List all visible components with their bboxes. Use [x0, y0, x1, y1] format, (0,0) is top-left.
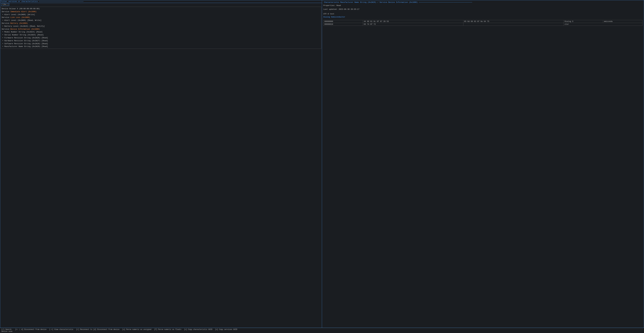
hex-ascii-2: ctor [564, 23, 642, 26]
status-reconnect[interactable]: [r] Reconnect to [d] Disconnect from dev… [76, 328, 120, 332]
char-1-1[interactable]: • Alert Level (0x2A06) [Write] [2, 13, 320, 16]
hex-row-2: 00000010 63 74 6f 72 ctor [324, 23, 642, 26]
status-copy-char[interactable]: [c] Copy characteristic UUID [184, 328, 212, 332]
service-4-label: Service Device Information (0x1800) [2, 28, 320, 31]
status-parse-float[interactable]: [f] Parse numeric as floats [154, 328, 181, 332]
status-parse-unsigned[interactable]: [u] Parse numeric as unsigned [122, 328, 152, 332]
char-4-1[interactable]: • Model Number String (0x2A24) [Read] [2, 31, 320, 34]
service-1-label: Service Immediate Alert (0x1800) [2, 10, 320, 13]
status-copy-service[interactable]: [s] Copy services UUID [215, 328, 237, 332]
right-panel: Characteristic Manufacturer Name String … [322, 0, 644, 328]
hex-addr-1: 00000000 [324, 20, 363, 23]
char-4-4[interactable]: • Hardware Revision String (0x2A27) [Rea… [2, 40, 320, 42]
service-3-label: Service Battery (0x1800) [2, 22, 320, 25]
char-2-1[interactable]: • Alert Level (0x2A06) [Read, Write] [2, 19, 320, 22]
status-view-char[interactable]: [->] View characteristic [49, 328, 73, 332]
char-4-6[interactable]: • Manufacturer Name String (0x2A29) [Rea… [2, 45, 320, 48]
hex-bytes-2a: 63 74 6f 72 [363, 23, 463, 26]
status-search[interactable]: [/] Searchdevice scan [2, 328, 12, 332]
char-encoding: UTF-8 text [324, 13, 642, 16]
device-header: Device Oclean X (00:00:00:00:00:00) [2, 8, 320, 10]
device-section: Device Oclean X (00:00:00:00:00:00) Serv… [1, 7, 321, 49]
char-4-5[interactable]: • Software Revision String (0x2A28) [Rea… [2, 42, 320, 45]
hex-bytes-1a: 44 69 61 6c 6f 67 20 53 [363, 20, 463, 23]
left-panel: Filter services or characteristics ─────… [0, 0, 322, 328]
char-3-1[interactable]: • Battery Level (0x2A19) [Read, Notify] [2, 25, 320, 28]
hex-bytes-1b: 65 6d 69 63 6f 6e 64 75 [463, 20, 564, 23]
service-2-label: Service Link Loss (0x1800) [2, 16, 320, 19]
hex-ascii-1b: emicondu [603, 20, 642, 23]
hex-ascii-1: Dialog S [564, 20, 603, 23]
char-properties: Properties: Read [324, 4, 642, 7]
status-disconnect[interactable]: [<- | d] Disconnect from device [15, 328, 46, 332]
char-4-3[interactable]: • Firmware Revision String (0x2A26) [Rea… [2, 37, 320, 40]
hex-addr-2: 00000010 [324, 23, 363, 26]
hex-table: 00000000 44 69 61 6c 6f 67 20 53 65 6d 6… [324, 20, 642, 26]
char-title: Characteristic Manufacturer Name String … [324, 1, 642, 4]
hex-bytes-2b [463, 23, 564, 26]
char-4-2[interactable]: • Serial Number String (0x2A25) [Read] [2, 34, 320, 37]
filter-input[interactable]: /(0x.) [1, 3, 9, 6]
filter-label: Filter services or characteristics [1, 1, 38, 3]
hex-row-1: 00000000 44 69 61 6c 6f 67 20 53 65 6d 6… [324, 20, 642, 23]
char-value-text: Dialog Semiconductor [324, 16, 642, 19]
char-last-updated: Last updated: 2023-06-30 20:35:17 [324, 8, 642, 11]
status-bar: [/] Searchdevice scan [<- | d] Disconnec… [0, 328, 644, 333]
